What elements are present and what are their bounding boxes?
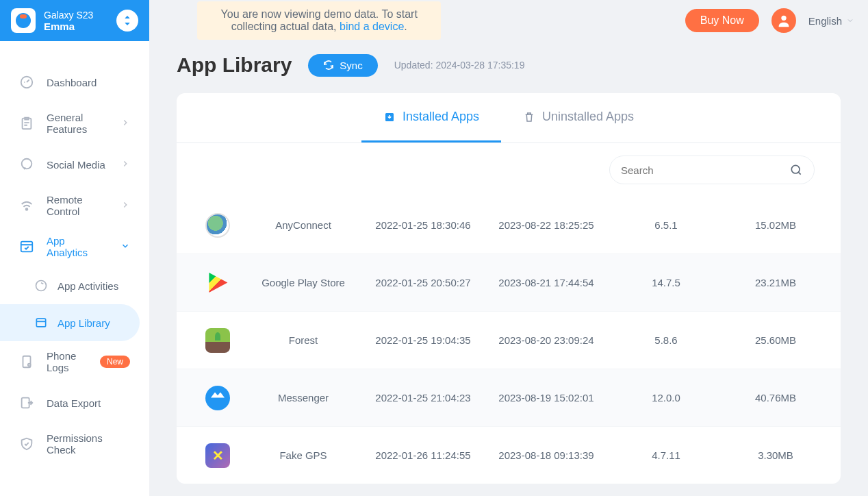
app-icon-cell	[190, 328, 245, 353]
tab-uninstalled-apps[interactable]: Uninstalled Apps	[501, 93, 656, 142]
app-name-cell: Google Play Store	[245, 277, 361, 288]
sidebar: Galaxy S23 Emma Dashboard General Featur…	[0, 0, 149, 496]
update-date-cell: 2023-08-19 15:02:01	[485, 392, 608, 404]
trash-icon	[523, 111, 535, 123]
sidebar-item-general-features[interactable]: General Features	[0, 103, 149, 144]
size-cell: 23.21MB	[724, 277, 827, 288]
swap-device-button[interactable]	[116, 10, 138, 32]
chevron-right-icon	[120, 200, 130, 212]
sidebar-item-remote-control[interactable]: Remote Control	[0, 185, 149, 226]
svg-point-2	[22, 159, 32, 169]
new-badge: New	[100, 356, 130, 368]
download-icon	[383, 111, 396, 123]
install-date-cell: 2022-01-25 21:04:23	[361, 392, 485, 404]
demo-banner: You are now viewing demo data. To start …	[197, 1, 441, 40]
app-icon	[205, 443, 230, 468]
language-selector[interactable]: English	[808, 15, 854, 27]
chevron-right-icon	[120, 118, 130, 129]
table-row[interactable]: Messenger 2022-01-25 21:04:23 2023-08-19…	[177, 369, 841, 427]
buy-now-button[interactable]: Buy Now	[685, 9, 759, 32]
sidebar-subitem-app-library[interactable]: App Library	[0, 304, 140, 341]
search-box	[609, 156, 815, 184]
sidebar-item-label: Remote Control	[47, 194, 108, 217]
chat-icon	[19, 157, 34, 172]
sync-label: Sync	[340, 60, 362, 71]
sidebar-item-permissions-check[interactable]: Permissions Check	[0, 423, 149, 464]
sync-icon	[323, 60, 334, 71]
table-row[interactable]: AnyConnect 2022-01-25 18:30:46 2023-08-2…	[177, 197, 841, 254]
chevron-right-icon	[120, 159, 130, 171]
page-title: App Library	[177, 53, 292, 77]
app-icon	[205, 386, 230, 410]
sidebar-item-social-media[interactable]: Social Media	[0, 144, 149, 185]
profile-name: Emma	[44, 21, 108, 32]
sidebar-item-label: Data Export	[47, 397, 130, 409]
app-name-cell: Forest	[245, 334, 361, 346]
app-name-cell: AnyConnect	[245, 219, 361, 231]
app-icon-cell	[190, 443, 245, 468]
shield-icon	[19, 436, 34, 451]
sidebar-item-label: Dashboard	[47, 77, 130, 88]
sidebar-nav: Dashboard General Features Social Media …	[0, 41, 149, 496]
version-cell: 14.7.5	[608, 277, 724, 288]
sidebar-item-app-analytics[interactable]: App Analytics	[0, 226, 149, 267]
version-cell: 4.7.11	[608, 449, 724, 461]
sidebar-item-label: Social Media	[47, 159, 108, 171]
svg-point-5	[36, 281, 47, 291]
content: App Library Sync Updated: 2024-03-28 17:…	[149, 41, 868, 496]
tab-label: Installed Apps	[403, 110, 479, 124]
table-row[interactable]: Fake GPS 2022-01-26 11:24:55 2023-08-18 …	[177, 427, 841, 484]
activity-icon	[34, 279, 48, 293]
sidebar-item-label: Permissions Check	[47, 432, 130, 456]
table-row[interactable]: Forest 2022-01-25 19:04:35 2023-08-20 23…	[177, 312, 841, 369]
sidebar-item-dashboard[interactable]: Dashboard	[0, 62, 149, 103]
sidebar-subitem-label: App Activities	[58, 280, 118, 292]
svg-point-8	[28, 364, 31, 367]
app-icon-cell	[190, 271, 245, 295]
topbar: You are now viewing demo data. To start …	[149, 0, 868, 41]
app-logo[interactable]	[11, 8, 36, 33]
app-library-card: Installed Apps Uninstalled Apps AnyConne…	[177, 93, 841, 484]
svg-point-12	[791, 165, 800, 173]
language-label: English	[808, 15, 842, 27]
size-cell: 40.76MB	[724, 392, 827, 404]
main-area: You are now viewing demo data. To start …	[149, 0, 868, 496]
sync-button[interactable]: Sync	[308, 54, 377, 77]
tab-installed-apps[interactable]: Installed Apps	[361, 93, 501, 142]
size-cell: 3.30MB	[724, 449, 827, 461]
device-name: Galaxy S23	[44, 10, 108, 21]
app-icon	[205, 328, 230, 353]
updated-timestamp: Updated: 2024-03-28 17:35:19	[394, 60, 525, 71]
page-header: App Library Sync Updated: 2024-03-28 17:…	[177, 53, 841, 77]
update-date-cell: 2023-08-18 09:13:39	[485, 449, 608, 461]
sidebar-item-label: App Analytics	[47, 235, 108, 258]
update-date-cell: 2023-08-22 18:25:25	[485, 219, 608, 231]
version-cell: 5.8.6	[608, 334, 724, 346]
user-avatar[interactable]	[771, 8, 796, 33]
install-date-cell: 2022-01-25 19:04:35	[361, 334, 485, 346]
sidebar-subitem-app-activities[interactable]: App Activities	[0, 267, 149, 304]
library-icon	[34, 316, 48, 330]
app-icon-cell	[190, 386, 245, 410]
search-row	[177, 143, 841, 197]
search-input[interactable]	[621, 164, 782, 176]
sidebar-item-data-export[interactable]: Data Export	[0, 382, 149, 423]
install-date-cell: 2022-01-26 11:24:55	[361, 449, 485, 461]
sidebar-item-label: General Features	[47, 112, 108, 135]
app-table[interactable]: AnyConnect 2022-01-25 18:30:46 2023-08-2…	[177, 197, 841, 484]
update-date-cell: 2023-08-20 23:09:24	[485, 334, 608, 346]
sidebar-item-phone-logs[interactable]: Phone Logs New	[0, 341, 149, 382]
table-row[interactable]: Google Play Store 2022-01-25 20:50:27 20…	[177, 254, 841, 312]
user-icon	[776, 13, 791, 28]
demo-text-end: .	[404, 21, 407, 32]
tab-label: Uninstalled Apps	[542, 110, 634, 124]
size-cell: 25.60MB	[724, 334, 827, 346]
bind-device-link[interactable]: bind a device	[340, 21, 404, 32]
svg-point-10	[781, 16, 786, 21]
app-name-cell: Fake GPS	[245, 449, 361, 461]
sidebar-subitem-label: App Library	[58, 317, 110, 329]
app-icon	[205, 271, 230, 295]
size-cell: 15.02MB	[724, 219, 827, 231]
device-info: Galaxy S23 Emma	[44, 10, 108, 32]
app-icon-cell	[190, 213, 245, 238]
